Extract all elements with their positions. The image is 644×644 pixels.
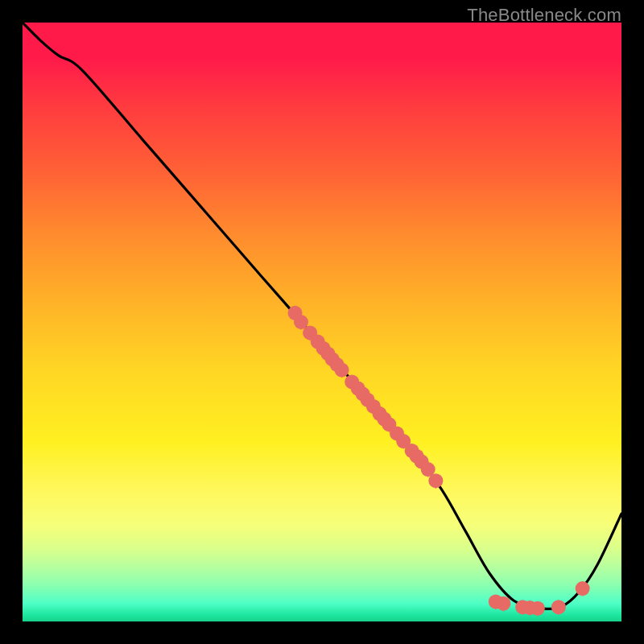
svg-point-25 xyxy=(496,597,510,611)
data-point xyxy=(496,597,510,612)
svg-point-8 xyxy=(335,363,349,378)
svg-point-28 xyxy=(530,601,545,616)
data-point xyxy=(551,600,566,615)
chart-container: TheBottleneck.com xyxy=(0,0,644,644)
points-layer xyxy=(288,306,590,617)
svg-point-29 xyxy=(551,600,566,614)
svg-point-30 xyxy=(576,581,590,596)
plot-area xyxy=(23,23,621,621)
bottleneck-curve xyxy=(23,23,621,609)
svg-point-23 xyxy=(428,473,443,488)
chart-svg xyxy=(23,23,621,621)
watermark-text: TheBottleneck.com xyxy=(467,5,621,26)
curve-layer xyxy=(23,23,621,609)
